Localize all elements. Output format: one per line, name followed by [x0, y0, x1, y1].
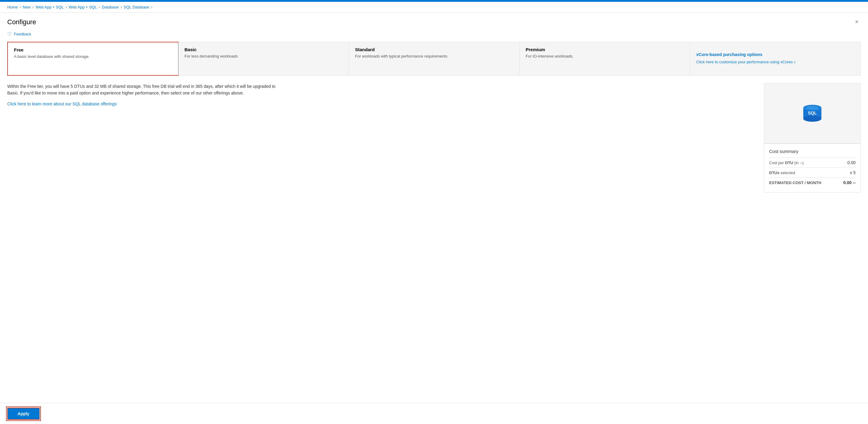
tier-standard-desc: For workloads with typical performance r…: [355, 54, 513, 58]
cost-row-dtus-selected: DTUs selected x 5: [769, 168, 856, 177]
svg-text:SQL: SQL: [808, 111, 817, 115]
tier-premium-desc: For IO-intensive workloads.: [526, 54, 684, 58]
page-header: Configure ×: [0, 13, 868, 29]
feedback-section[interactable]: ♡ Feedback: [0, 29, 868, 42]
breadcrumb-webapp-sql-1[interactable]: Web App + SQL: [35, 5, 63, 9]
tier-standard-name: Standard: [355, 47, 513, 52]
vcore-title: vCore-based purchasing options: [696, 52, 855, 57]
vcore-tier[interactable]: vCore-based purchasing options Click her…: [690, 42, 861, 76]
close-button[interactable]: ×: [852, 18, 861, 26]
tier-premium[interactable]: Premium For IO-intensive workloads.: [520, 42, 690, 76]
cost-dtus-value: x 5: [850, 170, 856, 175]
breadcrumb-sql-database[interactable]: SQL Database: [124, 5, 149, 9]
breadcrumb-new[interactable]: New: [23, 5, 31, 9]
tier-basic-desc: For less demanding workloads: [185, 54, 343, 58]
side-panel: SQL Cost summary Cost per DTU (in --) 0.…: [764, 83, 861, 220]
vcore-link-text: Click here to customize your performance…: [696, 59, 793, 65]
main-content: Within the Free tier, you will have 5 DT…: [7, 83, 757, 220]
cost-summary-title: Cost summary: [769, 149, 856, 154]
estimated-value: 0.00 --: [843, 180, 856, 185]
page-title: Configure: [7, 18, 36, 26]
breadcrumb-home[interactable]: Home: [7, 5, 18, 9]
cost-row-dtu: Cost per DTU (in --) 0.00: [769, 158, 856, 168]
description-text: Within the Free tier, you will have 5 DT…: [7, 83, 279, 96]
tier-free-name: Free: [14, 47, 172, 52]
tier-free[interactable]: Free A basic level database with shared …: [7, 42, 179, 76]
cost-dtu-value: 0.00: [847, 160, 856, 165]
tiers-container: Free A basic level database with shared …: [7, 42, 861, 76]
cost-dtu-label: Cost per DTU (in --): [769, 161, 804, 165]
breadcrumb-webapp-sql-2[interactable]: Web App + SQL: [69, 5, 97, 9]
heart-icon: ♡: [7, 31, 11, 37]
breadcrumb: Home › New › Web App + SQL › Web App + S…: [0, 2, 868, 13]
tier-free-desc: A basic level database with shared stora…: [14, 54, 172, 59]
tier-basic[interactable]: Basic For less demanding workloads: [179, 42, 349, 76]
tier-premium-name: Premium: [526, 47, 684, 52]
svg-point-2: [803, 116, 822, 122]
cost-row-estimated: ESTIMATED COST / MONTH 0.00 --: [769, 177, 856, 188]
learn-more-link[interactable]: Click here to learn more about our SQL d…: [7, 102, 117, 106]
cost-dtus-label: DTUs selected: [769, 170, 795, 175]
content-area: Within the Free tier, you will have 5 DT…: [0, 76, 868, 227]
sql-icon-box: SQL: [764, 83, 861, 144]
sql-database-icon: SQL: [800, 101, 825, 125]
vcore-link[interactable]: Click here to customize your performance…: [696, 59, 855, 65]
tier-standard[interactable]: Standard For workloads with typical perf…: [349, 42, 520, 76]
svg-point-5: [806, 106, 818, 110]
cost-summary: Cost summary Cost per DTU (in --) 0.00 D…: [764, 144, 861, 193]
feedback-label: Feedback: [14, 32, 31, 36]
vcore-arrow-icon: ›: [794, 59, 796, 65]
tier-basic-name: Basic: [185, 47, 343, 52]
estimated-label: ESTIMATED COST / MONTH: [769, 180, 821, 185]
breadcrumb-database[interactable]: Database: [102, 5, 119, 9]
